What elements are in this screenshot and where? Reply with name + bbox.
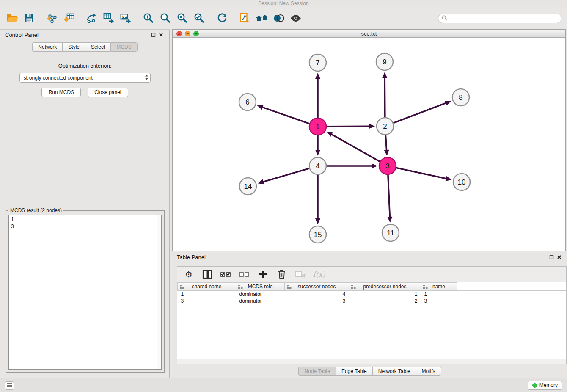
- save-session-icon[interactable]: [21, 10, 38, 27]
- tab-edge-table[interactable]: Edge Table: [336, 367, 372, 376]
- show-columns-icon[interactable]: [200, 268, 215, 281]
- search-box[interactable]: [438, 14, 561, 23]
- table-horizontal-scrollbar[interactable]: [177, 359, 566, 364]
- control-panel-title: Control Panel: [5, 32, 39, 38]
- edge-3-10[interactable]: [396, 168, 452, 181]
- main-toolbar: [0, 7, 567, 29]
- node-1[interactable]: 1: [309, 118, 326, 135]
- table-cell[interactable]: 2: [349, 298, 421, 304]
- toolbar-separator: [134, 18, 140, 19]
- mcds-result-groupbox: MCDS result (2 nodes) 1 3: [6, 210, 165, 373]
- table-cell[interactable]: dominator: [236, 291, 285, 298]
- network-canvas[interactable]: 7968124314101511: [173, 38, 565, 251]
- table-cell-filler: [457, 291, 567, 298]
- import-network-from-file-icon[interactable]: [44, 10, 61, 27]
- edge-2-8[interactable]: [393, 101, 451, 123]
- node-14[interactable]: 14: [239, 178, 256, 195]
- result-scrollbar[interactable]: [157, 215, 161, 369]
- node-10[interactable]: 10: [453, 174, 470, 190]
- tab-style[interactable]: Style: [62, 42, 85, 52]
- edge-2-9[interactable]: [382, 72, 387, 118]
- show-hide-icon[interactable]: [287, 10, 304, 27]
- edge-3-1[interactable]: [327, 132, 381, 162]
- first-neighbors-icon[interactable]: [253, 10, 270, 27]
- table-panel-header: Table Panel: [172, 252, 567, 262]
- table-settings-gear-icon[interactable]: ⚙: [182, 268, 196, 281]
- column-header-name[interactable]: name: [421, 283, 457, 291]
- node-8[interactable]: 8: [452, 89, 469, 106]
- table-cell[interactable]: 1: [178, 291, 236, 298]
- task-history-button[interactable]: [5, 381, 14, 390]
- maximize-window-icon: [194, 31, 199, 36]
- edge-2-3[interactable]: [384, 134, 389, 156]
- apply-preferred-layout-icon[interactable]: [214, 10, 231, 27]
- delete-columns-icon[interactable]: [275, 268, 289, 281]
- edge-1-6[interactable]: [257, 105, 310, 124]
- node-2[interactable]: 2: [377, 118, 394, 135]
- column-header-predecessor-nodes[interactable]: predecessor nodes: [349, 283, 421, 291]
- criterion-select[interactable]: strongly connected component: [19, 73, 151, 83]
- node-15[interactable]: 15: [309, 226, 326, 243]
- table-cell[interactable]: dominator: [236, 298, 285, 304]
- column-header-successor-nodes[interactable]: successor nodes: [285, 283, 349, 291]
- edge-1-2[interactable]: [326, 124, 375, 129]
- table-cell[interactable]: 1: [421, 291, 457, 298]
- function-builder-icon: f(x): [312, 268, 326, 281]
- tab-select[interactable]: Select: [85, 42, 110, 52]
- open-file-icon[interactable]: [4, 10, 21, 27]
- node-6[interactable]: 6: [239, 94, 256, 110]
- tab-motifs[interactable]: Motifs: [416, 367, 441, 376]
- zoom-fit-icon[interactable]: [174, 10, 191, 27]
- column-type-icon: [286, 284, 292, 290]
- edge-4-15[interactable]: [315, 174, 320, 224]
- table-cell[interactable]: 3: [285, 298, 349, 304]
- zoom-selected-icon[interactable]: [191, 10, 208, 27]
- close-panel-button[interactable]: Close panel: [88, 88, 128, 97]
- close-table-panel-icon[interactable]: [555, 254, 563, 261]
- window-traffic-lights[interactable]: [176, 30, 201, 38]
- tab-network[interactable]: Network: [32, 42, 62, 52]
- node-4[interactable]: 4: [309, 157, 326, 174]
- node-3[interactable]: 3: [379, 157, 396, 174]
- table-cell[interactable]: 3: [421, 298, 457, 304]
- search-input[interactable]: [449, 15, 558, 22]
- table-row[interactable]: 3dominator323: [178, 298, 567, 304]
- create-column-icon[interactable]: [256, 268, 270, 281]
- table-row[interactable]: 1dominator411: [178, 291, 567, 298]
- export-table-icon[interactable]: [100, 10, 117, 27]
- tab-network-table[interactable]: Network Table: [372, 367, 416, 376]
- create-network-from-selection-icon[interactable]: [237, 10, 253, 27]
- edge-1-7[interactable]: [315, 73, 320, 119]
- select-all-columns-icon[interactable]: [219, 268, 233, 281]
- memory-button[interactable]: Memory: [528, 381, 562, 390]
- table-cell[interactable]: 3: [178, 298, 236, 304]
- close-panel-icon[interactable]: [157, 32, 165, 39]
- zoom-out-icon[interactable]: [157, 10, 174, 27]
- column-type-icon: [423, 284, 428, 290]
- edge-1-4[interactable]: [315, 135, 320, 156]
- svg-text:14: 14: [244, 182, 252, 190]
- run-mcds-button[interactable]: Run MCDS: [41, 88, 81, 97]
- column-header-shared-name[interactable]: shared name: [178, 283, 236, 291]
- node-11[interactable]: 11: [382, 224, 399, 241]
- table-cell[interactable]: 4: [285, 291, 349, 298]
- node-7[interactable]: 7: [309, 54, 326, 71]
- deselect-all-columns-icon[interactable]: [237, 268, 252, 281]
- zoom-in-icon[interactable]: [140, 10, 157, 27]
- style-preview-icon[interactable]: [270, 10, 287, 27]
- tab-mcds[interactable]: MCDS: [110, 42, 137, 52]
- tab-node-table[interactable]: Node Table: [298, 367, 336, 376]
- import-table-from-file-icon[interactable]: [61, 10, 77, 27]
- export-network-icon[interactable]: [83, 10, 100, 27]
- edge-3-11[interactable]: [387, 174, 392, 223]
- column-type-icon: [179, 284, 184, 290]
- edge-4-14[interactable]: [258, 168, 310, 184]
- edge-4-3[interactable]: [326, 163, 377, 168]
- column-header-mcds-role[interactable]: MCDS role: [236, 283, 285, 291]
- float-table-panel-icon[interactable]: [548, 254, 555, 261]
- node-9[interactable]: 9: [376, 53, 393, 70]
- float-panel-icon[interactable]: [149, 32, 157, 39]
- table-cell[interactable]: 1: [349, 291, 421, 298]
- toolbar-separator: [38, 18, 44, 19]
- export-image-icon[interactable]: [117, 10, 134, 27]
